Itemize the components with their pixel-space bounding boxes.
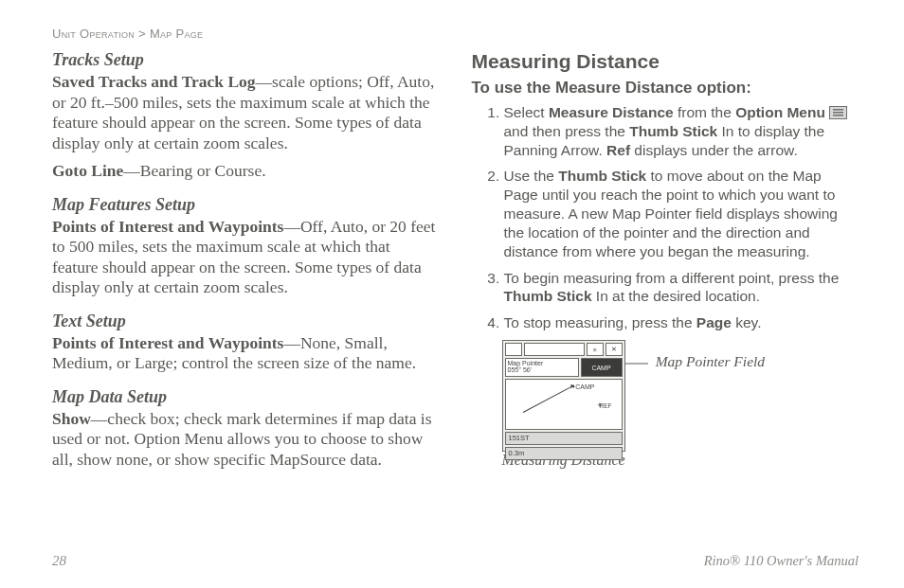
heading-tracks-setup: Tracks Setup xyxy=(52,50,440,70)
ss-bottom-row-2: 0.3m xyxy=(505,447,623,460)
text-show: —check box; check mark determines if map… xyxy=(52,409,431,469)
breadcrumb-part2: Map Page xyxy=(150,27,204,41)
manual-title: Rino® 110 Owner's Manual xyxy=(704,553,859,569)
breadcrumb: Unit Operation > Map Page xyxy=(52,27,859,41)
step-4: To stop measuring, press the Page key. xyxy=(504,313,859,332)
ss-ref-label: REF xyxy=(600,402,612,409)
ss-map-pointer-cell: Map Pointer 055° 56' xyxy=(505,358,579,377)
lead-poi-waypoints-2: Points of Interest and Waypoints xyxy=(52,333,283,352)
ss-map-course-line xyxy=(522,385,572,413)
ss-top-cell-1 xyxy=(505,343,522,356)
heading-map-data-setup: Map Data Setup xyxy=(52,387,440,407)
para-map-features: Points of Interest and Waypoints—Off, Au… xyxy=(52,217,440,298)
right-column: Measuring Distance To use the Measure Di… xyxy=(472,50,859,477)
ss-map-pointer-line1: Map Pointer xyxy=(508,360,576,366)
bold-ref: Ref xyxy=(606,142,630,158)
ss-map-area: ⚑CAMP + REF xyxy=(505,379,623,430)
title-measuring-distance: Measuring Distance xyxy=(472,50,859,73)
bold-thumb-stick-3: Thumb Stick xyxy=(504,288,592,304)
lead-saved-tracks: Saved Tracks and Track Log xyxy=(52,72,256,91)
ss-bottom-row-1: 151ST xyxy=(505,432,623,445)
heading-map-features-setup: Map Features Setup xyxy=(52,195,440,215)
bold-measure-distance: Measure Distance xyxy=(549,104,674,120)
device-screenshot: ≡ ✕ Map Pointer 055° 56' CAMP xyxy=(502,340,625,452)
page-footer: 28 Rino® 110 Owner's Manual xyxy=(52,553,859,569)
step-1: Select Measure Distance from the Option … xyxy=(504,103,859,159)
ss-top-cell-4: ✕ xyxy=(606,343,623,356)
page-number: 28 xyxy=(52,553,66,569)
lead-poi-waypoints-1: Points of Interest and Waypoints xyxy=(52,217,283,236)
pointer-field-label: Map Pointer Field xyxy=(656,353,765,370)
subtitle-use-measure-distance: To use the Measure Distance option: xyxy=(472,79,859,98)
ss-top-cell-3: ≡ xyxy=(587,343,604,356)
ss-camp-cell: CAMP xyxy=(581,358,623,377)
figure-measuring-distance: ≡ ✕ Map Pointer 055° 56' CAMP xyxy=(502,340,859,469)
bold-thumb-stick-2: Thumb Stick xyxy=(558,168,646,184)
para-map-data: Show—check box; check mark determines if… xyxy=(52,409,440,471)
bold-thumb-stick-1: Thumb Stick xyxy=(629,123,717,139)
steps-list: Select Measure Distance from the Option … xyxy=(472,103,859,332)
option-menu-icon xyxy=(829,106,847,119)
ss-flag-icon: ⚑CAMP xyxy=(570,383,594,391)
left-column: Tracks Setup Saved Tracks and Track Log—… xyxy=(52,50,440,477)
step-3: To begin measuring from a different poin… xyxy=(504,269,859,307)
lead-goto-line: Goto Line xyxy=(52,161,123,180)
para-text-setup: Points of Interest and Waypoints—None, S… xyxy=(52,333,440,374)
heading-text-setup: Text Setup xyxy=(52,312,440,331)
ss-top-cell-center xyxy=(524,343,585,356)
text-goto-line: —Bearing or Course. xyxy=(123,161,265,180)
breadcrumb-part1: Unit Operation xyxy=(52,27,135,41)
para-goto-line: Goto Line—Bearing or Course. xyxy=(52,161,440,182)
callout-line-icon xyxy=(625,363,648,365)
bold-page: Page xyxy=(696,314,732,330)
ss-map-pointer-line2: 055° 56' xyxy=(508,366,576,373)
lead-show: Show xyxy=(52,409,91,428)
breadcrumb-sep: > xyxy=(135,27,150,41)
bold-option-menu: Option Menu xyxy=(735,104,825,120)
step-2: Use the Thumb Stick to move about on the… xyxy=(504,167,859,260)
para-tracks-1: Saved Tracks and Track Log—scale options… xyxy=(52,72,440,153)
